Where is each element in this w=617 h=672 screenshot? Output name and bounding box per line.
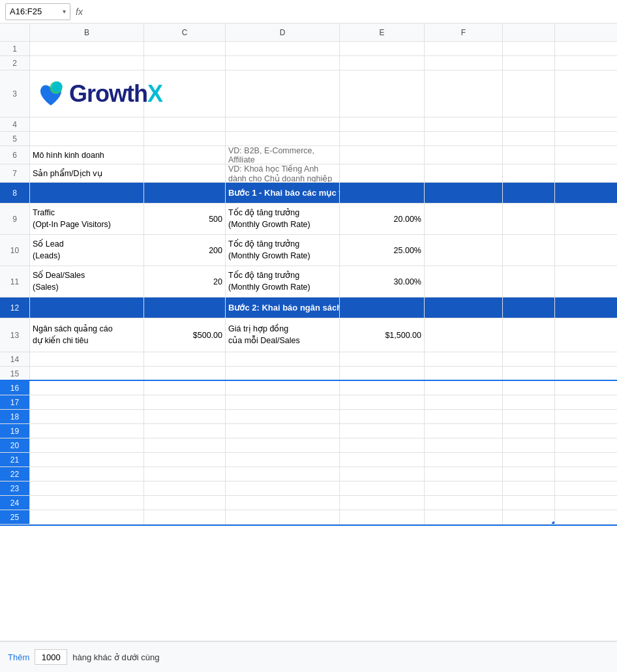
cell-B25[interactable] [30,510,144,524]
cell-E3[interactable] [340,70,425,117]
cell-B17[interactable] [30,395,144,409]
col-header-B[interactable]: B [30,23,144,41]
cell-E14[interactable] [340,352,425,366]
cell-B15[interactable] [30,367,144,380]
cell-D22[interactable] [226,467,340,481]
cell-C25[interactable] [144,510,226,524]
cell-F16[interactable] [425,381,503,395]
cell-G24[interactable] [503,496,555,510]
cell-C13[interactable]: $500.00 [144,318,226,352]
cell-B5[interactable] [30,132,144,145]
cell-C18[interactable] [144,410,226,423]
fill-handle[interactable] [552,521,555,524]
cell-D16[interactable] [226,381,340,395]
cell-B24[interactable] [30,496,144,510]
cell-D21[interactable] [226,453,340,466]
cell-G6[interactable] [503,146,555,164]
cell-B21[interactable] [30,453,144,466]
cell-F10[interactable] [425,235,503,266]
cell-G15[interactable] [503,367,555,380]
cell-D25[interactable] [226,510,340,524]
cell-G11[interactable] [503,266,555,297]
cell-C14[interactable] [144,352,226,366]
cell-G20[interactable] [503,438,555,452]
cell-F4[interactable] [425,117,503,131]
cell-F25[interactable] [425,510,503,524]
col-header-G[interactable] [503,23,555,41]
cell-E13[interactable]: $1,500.00 [340,318,425,352]
cell-F24[interactable] [425,496,503,510]
cell-B9[interactable]: Traffic (Opt-In Page Visitors) [30,204,144,234]
cell-D19[interactable] [226,424,340,438]
cell-E20[interactable] [340,438,425,452]
cell-E4[interactable] [340,117,425,131]
cell-C11[interactable]: 20 [144,266,226,297]
cell-E22[interactable] [340,467,425,481]
cell-D15[interactable] [226,367,340,380]
cell-F22[interactable] [425,467,503,481]
cell-C4[interactable] [144,117,226,131]
cell-F20[interactable] [425,438,503,452]
cell-F9[interactable] [425,204,503,234]
cell-B10[interactable]: Số Lead (Leads) [30,235,144,266]
cell-D23[interactable] [226,481,340,495]
cell-E11[interactable]: 30.00% [340,266,425,297]
cell-D1[interactable] [226,42,340,55]
cell-D7[interactable]: VD: Khoá học Tiếng Anh dành cho Chủ doan… [226,164,340,182]
cell-G4[interactable] [503,117,555,131]
cell-E21[interactable] [340,453,425,466]
cell-F18[interactable] [425,410,503,423]
cell-E25[interactable] [340,510,425,524]
cell-G10[interactable] [503,235,555,266]
cell-D10[interactable]: Tốc độ tăng trưởng (Monthly Growth Rate) [226,235,340,266]
cell-G7[interactable] [503,164,555,182]
cell-F5[interactable] [425,132,503,145]
cell-G13[interactable] [503,318,555,352]
cell-F11[interactable] [425,266,503,297]
cell-C22[interactable] [144,467,226,481]
cell-G14[interactable] [503,352,555,366]
cell-C15[interactable] [144,367,226,380]
cell-G17[interactable] [503,395,555,409]
cell-F17[interactable] [425,395,503,409]
cell-G16[interactable] [503,381,555,395]
cell-E24[interactable] [340,496,425,510]
add-rows-input[interactable] [35,649,67,665]
cell-C7[interactable] [144,164,226,182]
cell-F2[interactable] [425,56,503,70]
cell-C5[interactable] [144,132,226,145]
cell-D3[interactable] [226,70,340,117]
cell-B2[interactable] [30,56,144,70]
cell-D18[interactable] [226,410,340,423]
cell-E16[interactable] [340,381,425,395]
cell-E5[interactable] [340,132,425,145]
cell-D20[interactable] [226,438,340,452]
cell-E10[interactable]: 25.00% [340,235,425,266]
cell-F6[interactable] [425,146,503,164]
cell-C16[interactable] [144,381,226,395]
cell-C2[interactable] [144,56,226,70]
cell-C6[interactable] [144,146,226,164]
cell-F21[interactable] [425,453,503,466]
cell-C20[interactable] [144,438,226,452]
cell-F1[interactable] [425,42,503,55]
cell-E9[interactable]: 20.00% [340,204,425,234]
cell-B13[interactable]: Ngân sách quảng cáo dự kiến chi tiêu [30,318,144,352]
cell-E15[interactable] [340,367,425,380]
cell-F14[interactable] [425,352,503,366]
cell-G22[interactable] [503,467,555,481]
cell-D17[interactable] [226,395,340,409]
col-header-E[interactable]: E [340,23,425,41]
cell-E2[interactable] [340,56,425,70]
cell-C1[interactable] [144,42,226,55]
cell-E1[interactable] [340,42,425,55]
cell-F3[interactable] [425,70,503,117]
col-header-F[interactable]: F [425,23,503,41]
cell-G18[interactable] [503,410,555,423]
cell-C10[interactable]: 200 [144,235,226,266]
cell-G23[interactable] [503,481,555,495]
cell-D14[interactable] [226,352,340,366]
cell-F23[interactable] [425,481,503,495]
cell-C23[interactable] [144,481,226,495]
cell-F15[interactable] [425,367,503,380]
